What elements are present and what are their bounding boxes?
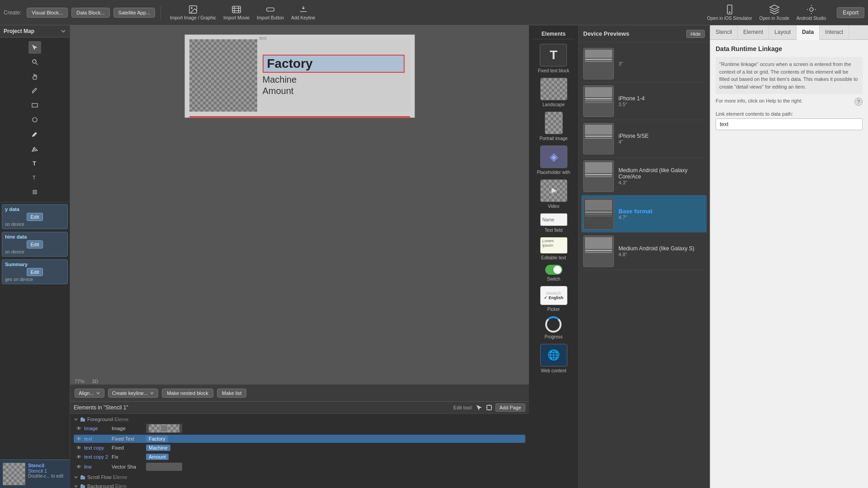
svg-rect-3 <box>267 8 274 11</box>
add-keyline-btn[interactable]: Add Keyline <box>291 5 315 20</box>
progress-preview <box>545 316 561 333</box>
make-list-btn[interactable]: Make list <box>217 389 246 398</box>
textcopy2-type-label: text copy 2 <box>84 454 109 460</box>
device-item-iphone14[interactable]: iPhone 1-4 3.5" <box>581 83 707 120</box>
tree-row-image[interactable]: 👁 Image Image <box>74 423 525 434</box>
text-small-tool[interactable]: T <box>28 171 41 184</box>
data-path-input[interactable] <box>716 118 863 130</box>
project-item-hinedata-sub: on device <box>5 249 65 254</box>
pen-tool[interactable] <box>28 84 41 97</box>
tree-scroll-folder-icon <box>80 474 85 480</box>
svg-text:T: T <box>33 160 36 167</box>
export-btn[interactable]: Export <box>837 7 864 18</box>
hide-btn[interactable]: Hide <box>686 30 705 38</box>
align-dropdown[interactable]: Align... <box>75 389 104 398</box>
eye-line-icon[interactable]: 👁 <box>76 464 81 469</box>
square-corner-tool[interactable] <box>28 186 41 198</box>
pointer-tool[interactable] <box>28 41 41 54</box>
eye-text-icon[interactable]: 👁 <box>76 436 81 441</box>
device-thumb-android43 <box>583 160 614 192</box>
tree-row-text[interactable]: 👁 text Fixed Text Factory <box>74 435 525 443</box>
image-type-label: Image <box>84 426 109 431</box>
text-factory-value: Factory <box>146 436 168 442</box>
help-btn[interactable]: ? <box>854 98 863 106</box>
canvas-lower-header: Elements in "Stencil 1" Edit tool: Add P… <box>70 402 529 414</box>
element-picker[interactable]: Deutsch ✓ English Picker <box>540 286 567 312</box>
make-nested-btn[interactable]: Make nested block <box>162 389 213 398</box>
element-landscape[interactable]: Landscape <box>540 78 567 107</box>
stencil-desc: Double-c... to edit <box>28 474 67 479</box>
device-item-iphone68[interactable]: Base format 4.7" <box>581 195 707 233</box>
text-field-label: Text field <box>545 228 562 233</box>
tree-group-scroll: Scroll Flow Eleme <box>74 474 525 481</box>
tab-element[interactable]: Element <box>738 25 769 39</box>
switch-label: Switch <box>547 277 560 282</box>
open-xcode-label: Open in Xcode <box>760 16 789 21</box>
create-label: Create: <box>4 9 21 16</box>
tab-data[interactable]: Data <box>797 25 820 40</box>
line-type-label: line <box>84 464 109 469</box>
element-progress[interactable]: Progress <box>544 316 562 339</box>
fixed-text-label: Fixed text block <box>538 68 569 73</box>
import-image-btn[interactable]: Import Image / Graphic <box>170 5 216 20</box>
device-item-android48[interactable]: Medium Android (like Galaxy S) 4.8" <box>581 233 707 270</box>
open-xcode-btn[interactable]: Open in Xcode <box>760 4 789 21</box>
project-item-hinedata-edit[interactable]: Edit <box>27 240 43 249</box>
device-item-android43[interactable]: Medium Android (like Galaxy Core/Ace 4.3… <box>581 158 707 195</box>
tree-row-text-copy[interactable]: 👁 text copy Fixed Machine <box>74 444 525 452</box>
tab-interact[interactable]: Interact <box>820 25 849 39</box>
rect-tool[interactable] <box>28 99 41 112</box>
eye-image-icon[interactable]: 👁 <box>76 426 81 431</box>
element-editable-text[interactable]: Lorem ipsum Editable text <box>540 237 567 260</box>
device-size-android48: 4.8" <box>618 252 694 257</box>
device-item-3in[interactable]: 3" <box>581 45 707 83</box>
add-page-btn[interactable]: Add Page <box>495 404 525 412</box>
element-switch[interactable]: Switch <box>545 265 562 282</box>
draw-tool[interactable] <box>28 128 41 141</box>
import-movie-btn[interactable]: Import Movie <box>223 5 250 20</box>
picker-label: Picker <box>547 307 560 312</box>
import-image-label: Import Image / Graphic <box>170 15 216 20</box>
svg-point-9 <box>33 117 37 122</box>
edit-tool-pointer-icon[interactable] <box>476 404 483 411</box>
tree-scroll-arrow-icon <box>74 475 78 479</box>
circle-tool[interactable] <box>28 113 41 126</box>
tab-stencil[interactable]: Stencil <box>710 25 738 39</box>
import-button-btn[interactable]: Import Button <box>257 5 284 20</box>
add-keyline-label: Add Keyline <box>291 15 315 20</box>
canvas-text-area: Factory Machine Amount <box>257 39 410 112</box>
canvas-frame[interactable]: text Factory Machine Amount <box>184 34 415 118</box>
text-t-tool[interactable]: T <box>28 157 41 169</box>
element-placeholder[interactable]: ◈ Placeholder with <box>537 145 570 175</box>
eye-textcopy2-icon[interactable]: 👁 <box>76 454 81 460</box>
tab-layout[interactable]: Layout <box>769 25 797 39</box>
element-web-content[interactable]: 🌐 Web content <box>540 344 567 373</box>
project-item-summary-edit[interactable]: Edit <box>27 268 43 276</box>
project-item-ydata: y data Edit on device <box>2 204 68 229</box>
element-fixed-text[interactable]: T Fixed text block <box>538 44 569 73</box>
device-item-iphone5se[interactable]: iPhone 5/SE 4" <box>581 120 707 158</box>
tree-foreground-folder-icon <box>80 417 85 422</box>
device-previews-label: Device Previews <box>583 30 629 37</box>
hand-tool[interactable] <box>28 70 41 83</box>
data-block-btn[interactable]: Data Block... <box>71 8 109 18</box>
tree-row-line[interactable]: 👁 line Vector Sha <box>74 462 525 472</box>
edit-tool-move-icon[interactable] <box>486 404 493 411</box>
scroll-label: Scroll Flow Eleme <box>87 474 127 480</box>
svg-point-7 <box>33 60 36 63</box>
keyline-dropdown[interactable]: Create keyline... <box>108 389 158 398</box>
element-text-field[interactable]: Name Text field <box>540 213 567 233</box>
element-video[interactable]: Video <box>540 179 567 209</box>
visual-block-btn[interactable]: Visual Block... <box>27 8 68 18</box>
main-column: text Factory Machine Amount <box>70 25 529 488</box>
open-ios-simulator-btn[interactable]: Open in iOS Simulator <box>707 4 752 21</box>
android-studio-btn[interactable]: Android Studio <box>797 4 826 21</box>
zoom-tool[interactable] <box>28 56 41 68</box>
tree-row-text-copy2[interactable]: 👁 text copy 2 Fix Amount <box>74 453 525 461</box>
node-tool[interactable] <box>28 142 41 155</box>
align-chevron-icon <box>96 391 100 395</box>
eye-textcopy-icon[interactable]: 👁 <box>76 445 81 450</box>
satellite-app-btn[interactable]: Satellite App... <box>113 8 155 18</box>
project-item-ydata-edit[interactable]: Edit <box>27 213 43 221</box>
element-portrait[interactable]: Portrait image <box>539 112 567 141</box>
